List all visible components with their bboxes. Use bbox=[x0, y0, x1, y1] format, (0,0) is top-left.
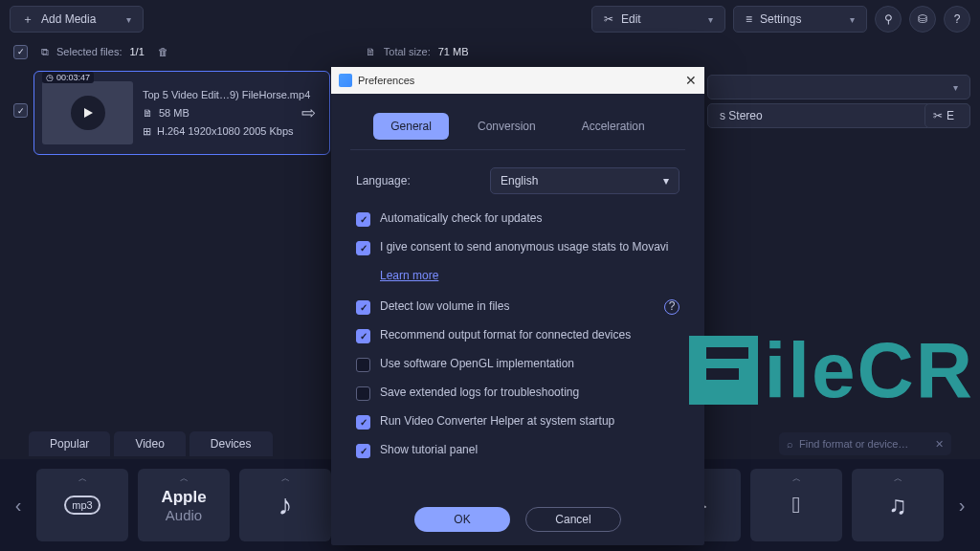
clock-icon: ◷ bbox=[46, 73, 54, 82]
selected-label: Selected files: bbox=[56, 46, 122, 57]
scroll-right[interactable]: › bbox=[953, 495, 970, 517]
edit-cut-button[interactable]: ✂ E bbox=[924, 103, 970, 128]
edit-label: Edit bbox=[621, 12, 641, 26]
apple-line2: Audio bbox=[166, 507, 202, 523]
format-search[interactable]: ⌕ Find format or device… ✕ bbox=[779, 432, 951, 455]
play-icon[interactable] bbox=[71, 96, 105, 130]
copy-icon: ⧉ bbox=[41, 46, 49, 58]
sliders-icon: ≡ bbox=[746, 12, 752, 26]
edit-suffix: E bbox=[947, 109, 954, 122]
fish-icon: 𓆟 bbox=[792, 492, 801, 518]
output-format-select[interactable] bbox=[707, 75, 970, 99]
learn-more-link[interactable]: Learn more bbox=[380, 269, 438, 282]
opt-recommend: Recommend output format for connected de… bbox=[380, 328, 631, 343]
opt-logs: Save extended logs for troubleshooting bbox=[380, 386, 579, 401]
add-media-button[interactable]: ＋ Add Media bbox=[10, 6, 144, 33]
dialog-tabs: General Conversion Acceleration bbox=[350, 94, 685, 150]
format-tile-mp3[interactable]: ︿ mp3 bbox=[36, 469, 128, 541]
tab-acceleration[interactable]: Acceleration bbox=[565, 113, 662, 140]
search-icon: ⌕ bbox=[787, 438, 793, 450]
opt-opengl: Use software OpenGL implementation bbox=[380, 357, 574, 372]
thumbnail[interactable]: ◷ 00:03:47 bbox=[42, 81, 133, 144]
checkbox-updates[interactable] bbox=[356, 212, 370, 227]
checkbox-opengl[interactable] bbox=[356, 358, 370, 372]
total-value: 71 MB bbox=[438, 46, 469, 57]
media-item[interactable]: ◷ 00:03:47 Top 5 Video Edit…9) FileHorse… bbox=[33, 71, 330, 155]
row-checkbox[interactable]: ✓ bbox=[13, 103, 28, 118]
tab-devices[interactable]: Devices bbox=[189, 431, 273, 456]
media-title: Top 5 Video Edit…9) FileHorse.mp4 bbox=[143, 89, 310, 100]
trash-icon[interactable]: 🗑 bbox=[158, 46, 168, 57]
chevron-up-icon: ︿ bbox=[78, 473, 87, 485]
dialog-title: Preferences bbox=[358, 75, 414, 86]
app-icon bbox=[339, 74, 352, 87]
chevron-up-icon: ︿ bbox=[894, 473, 902, 485]
cart-button[interactable]: ⛁ bbox=[909, 6, 936, 33]
search-placeholder: Find format or device… bbox=[799, 438, 908, 450]
tab-popular[interactable]: Popular bbox=[29, 431, 110, 456]
help-button[interactable]: ? bbox=[944, 6, 970, 33]
key-button[interactable]: ⚲ bbox=[875, 6, 902, 33]
topbar: ＋ Add Media ✂ Edit ≡ Settings ⚲ ⛁ ? bbox=[0, 0, 980, 38]
close-button[interactable]: ✕ bbox=[685, 73, 697, 88]
mp3-label: mp3 bbox=[64, 496, 100, 515]
duration-text: 00:03:47 bbox=[56, 73, 90, 82]
total-label: Total size: bbox=[384, 46, 431, 57]
checkbox-tutorial[interactable] bbox=[356, 444, 370, 458]
preferences-dialog: Preferences ✕ General Conversion Acceler… bbox=[331, 67, 704, 545]
settings-label: Settings bbox=[760, 12, 801, 26]
tab-general[interactable]: General bbox=[373, 113, 449, 140]
select-all-checkbox[interactable]: ✓ bbox=[13, 45, 28, 59]
key-icon: ⚲ bbox=[884, 12, 893, 26]
format-tile-fish[interactable]: ︿ 𓆟 bbox=[750, 469, 842, 541]
watermark: ileCR bbox=[689, 325, 974, 415]
language-value: English bbox=[501, 174, 538, 187]
media-size: 58 MB bbox=[159, 107, 189, 119]
chevron-up-icon: ︿ bbox=[792, 473, 801, 485]
media-meta: Top 5 Video Edit…9) FileHorse.mp4 🗎58 MB… bbox=[143, 89, 310, 138]
infobar: ✓ ⧉ Selected files: 1/1 🗑 🗎 Total size: … bbox=[0, 38, 980, 65]
cancel-button[interactable]: Cancel bbox=[525, 507, 621, 532]
audio-track-label: s Stereo bbox=[720, 109, 763, 122]
scissors-icon: ✂ bbox=[933, 109, 943, 122]
chevron-down-icon: ▾ bbox=[663, 174, 669, 187]
transfer-icon: ⇨ bbox=[301, 102, 316, 123]
music-icon: ♫ bbox=[888, 491, 907, 520]
opt-tutorial: Show tutorial panel bbox=[380, 443, 478, 458]
checkbox-helper[interactable] bbox=[356, 415, 370, 430]
plus-icon: ＋ bbox=[22, 11, 33, 28]
dialog-footer: OK Cancel bbox=[331, 494, 704, 545]
apple-line1: Apple bbox=[161, 488, 206, 507]
note-icon: ♪ bbox=[278, 489, 293, 521]
edit-menu[interactable]: ✂ Edit bbox=[591, 6, 725, 33]
add-media-label: Add Media bbox=[41, 12, 96, 26]
clear-search-icon[interactable]: ✕ bbox=[935, 438, 944, 451]
help-icon[interactable]: ? bbox=[664, 299, 679, 315]
settings-menu[interactable]: ≡ Settings bbox=[733, 6, 867, 33]
checkbox-recommend[interactable] bbox=[356, 329, 370, 343]
opt-lowvol: Detect low volume in files bbox=[380, 299, 509, 315]
format-tile-audio[interactable]: ︿ ♫ bbox=[852, 469, 944, 541]
checkbox-logs[interactable] bbox=[356, 386, 370, 401]
file-icon: 🗎 bbox=[366, 46, 376, 57]
chevron-up-icon: ︿ bbox=[281, 473, 290, 485]
scroll-left[interactable]: ‹ bbox=[10, 495, 27, 517]
ok-button[interactable]: OK bbox=[414, 507, 510, 532]
tools-icon: ✂ bbox=[604, 12, 613, 26]
media-codec: H.264 1920x1080 2005 Kbps bbox=[157, 125, 294, 137]
checkbox-lowvol[interactable] bbox=[356, 300, 370, 315]
dialog-body: Language: English ▾ Automatically check … bbox=[331, 150, 704, 494]
dialog-titlebar: Preferences ✕ bbox=[331, 67, 704, 94]
tab-video[interactable]: Video bbox=[114, 431, 185, 456]
opt-helper: Run Video Converter Helper at system sta… bbox=[380, 414, 614, 430]
cart-icon: ⛁ bbox=[918, 12, 927, 26]
language-select[interactable]: English ▾ bbox=[490, 167, 679, 194]
question-icon: ? bbox=[954, 12, 961, 26]
selected-count: 1/1 bbox=[129, 46, 144, 57]
checkbox-consent[interactable] bbox=[356, 241, 370, 255]
format-tile-music[interactable]: ︿ ♪ bbox=[239, 469, 331, 541]
chevron-up-icon: ︿ bbox=[180, 473, 189, 485]
file-icon: 🗎 bbox=[143, 107, 153, 119]
format-tile-apple-audio[interactable]: ︿ Apple Audio bbox=[138, 469, 230, 541]
tab-conversion[interactable]: Conversion bbox=[460, 113, 553, 140]
